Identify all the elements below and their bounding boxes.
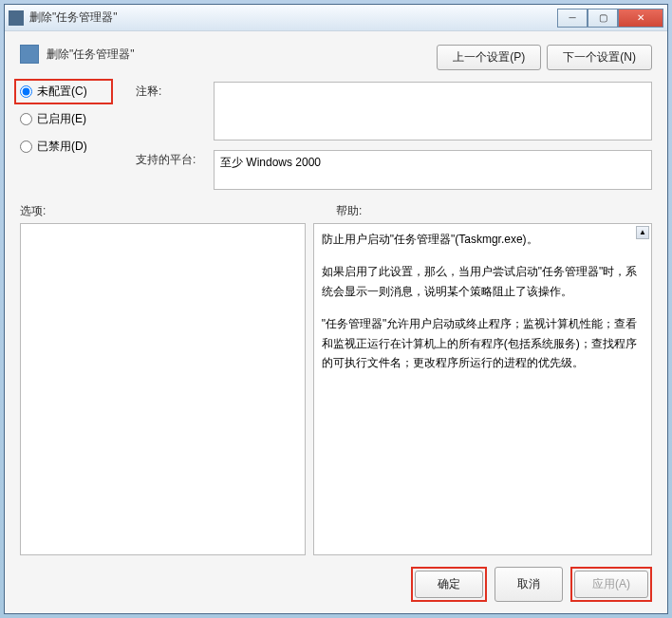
maximize-button[interactable]: ▢ bbox=[588, 9, 618, 28]
radio-disabled[interactable]: 已禁用(D) bbox=[20, 139, 107, 155]
radio-enabled-input[interactable] bbox=[20, 113, 32, 125]
radio-enabled[interactable]: 已启用(E) bbox=[20, 111, 107, 127]
fields-column: 注释: 支持的平台: 至少 Windows 2000 bbox=[136, 82, 652, 190]
platform-label: 支持的平台: bbox=[136, 150, 204, 190]
titlebar[interactable]: 删除"任务管理器" ─ ▢ ✕ bbox=[5, 5, 667, 31]
ok-button[interactable]: 确定 bbox=[415, 571, 483, 598]
radio-disabled-input[interactable] bbox=[20, 140, 32, 153]
app-icon bbox=[9, 10, 24, 26]
pane-labels: 选项: 帮助: bbox=[20, 203, 652, 219]
cancel-button[interactable]: 取消 bbox=[495, 567, 563, 602]
scroll-up-icon[interactable]: ▲ bbox=[636, 226, 649, 239]
nav-buttons: 上一个设置(P) 下一个设置(N) bbox=[437, 45, 652, 70]
radio-not-configured-input[interactable] bbox=[20, 85, 32, 98]
radio-not-configured[interactable]: 未配置(C) bbox=[20, 84, 107, 100]
radio-not-configured-label: 未配置(C) bbox=[37, 84, 87, 100]
policy-icon bbox=[20, 45, 39, 64]
help-pane: ▲ 防止用户启动"任务管理器"(Taskmgr.exe)。 如果启用了此设置，那… bbox=[313, 223, 652, 555]
platform-value-box: 至少 Windows 2000 bbox=[214, 150, 652, 190]
apply-button[interactable]: 应用(A) bbox=[574, 571, 648, 598]
comment-row: 注释: bbox=[136, 82, 652, 140]
highlight-apply: 应用(A) bbox=[570, 567, 652, 602]
close-button[interactable]: ✕ bbox=[618, 9, 663, 28]
minimize-button[interactable]: ─ bbox=[557, 9, 588, 28]
policy-title: 删除"任务管理器" bbox=[47, 47, 135, 63]
help-label: 帮助: bbox=[336, 203, 362, 219]
main-area: 未配置(C) 已启用(E) 已禁用(D) 注释: 支持的平 bbox=[20, 82, 652, 190]
help-paragraph: "任务管理器"允许用户启动或终止程序；监视计算机性能；查看和监视正运行在计算机上… bbox=[322, 314, 644, 372]
panes-row: ▲ 防止用户启动"任务管理器"(Taskmgr.exe)。 如果启用了此设置，那… bbox=[20, 223, 652, 555]
state-radio-group: 未配置(C) 已启用(E) 已禁用(D) bbox=[20, 82, 107, 190]
options-label: 选项: bbox=[20, 203, 336, 219]
options-pane bbox=[20, 223, 306, 555]
highlight-ok: 确定 bbox=[411, 567, 487, 602]
header-row: 删除"任务管理器" 上一个设置(P) 下一个设置(N) bbox=[20, 45, 652, 70]
help-paragraph: 如果启用了此设置，那么，当用户尝试启动"任务管理器"时，系统会显示一则消息，说明… bbox=[322, 262, 644, 301]
footer-buttons: 确定 取消 应用(A) bbox=[20, 567, 652, 604]
platform-row: 支持的平台: 至少 Windows 2000 bbox=[136, 150, 652, 190]
platform-value: 至少 Windows 2000 bbox=[220, 156, 321, 169]
comment-label: 注释: bbox=[136, 82, 204, 140]
next-setting-button[interactable]: 下一个设置(N) bbox=[547, 45, 652, 70]
help-paragraph: 防止用户启动"任务管理器"(Taskmgr.exe)。 bbox=[322, 230, 644, 249]
highlight-not-configured: 未配置(C) bbox=[14, 79, 113, 104]
radio-enabled-label: 已启用(E) bbox=[37, 111, 86, 127]
comment-input[interactable] bbox=[214, 82, 652, 140]
previous-setting-button[interactable]: 上一个设置(P) bbox=[437, 45, 541, 70]
window-buttons: ─ ▢ ✕ bbox=[557, 9, 663, 28]
window-title: 删除"任务管理器" bbox=[29, 9, 557, 26]
header-left: 删除"任务管理器" bbox=[20, 45, 135, 64]
content-area: 删除"任务管理器" 上一个设置(P) 下一个设置(N) 未配置(C) 已启用(E… bbox=[5, 31, 667, 613]
dialog-window: 删除"任务管理器" ─ ▢ ✕ 删除"任务管理器" 上一个设置(P) 下一个设置… bbox=[4, 4, 668, 614]
radio-disabled-label: 已禁用(D) bbox=[37, 139, 87, 155]
